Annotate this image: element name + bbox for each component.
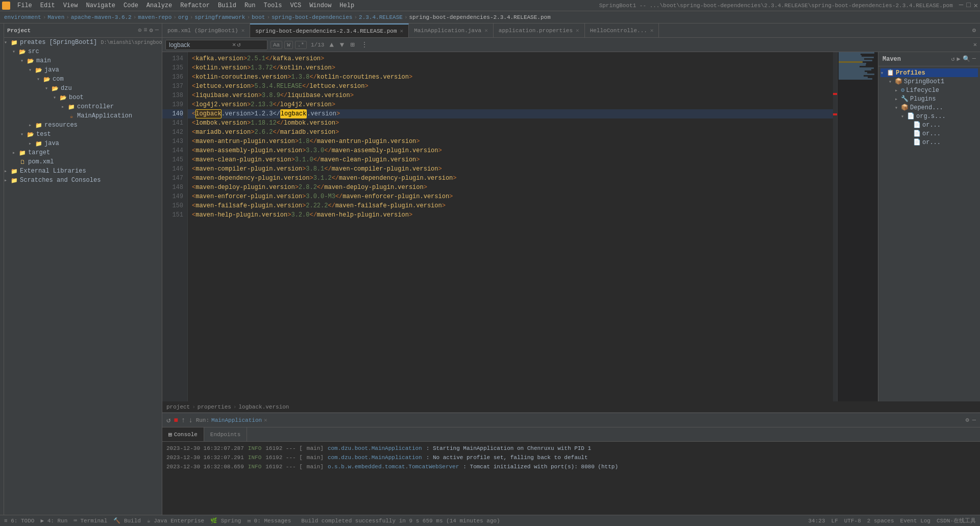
maven-collapse-icon[interactable]: ─ [972,55,976,63]
tab-pom-springboot1[interactable]: pom.xml (SpringBoot1) ✕ [162,23,250,37]
breadcrumb-properties[interactable]: properties [198,404,231,410]
tree-test[interactable]: ▾ 📂 test [4,130,162,139]
search-prev-button[interactable]: ▲ [327,40,335,50]
tree-main[interactable]: ▾ 📂 main [4,56,162,65]
run-settings-icon[interactable]: ⚙ [966,416,969,424]
search-filter-icon[interactable]: ⊞ [348,39,356,50]
search-next-button[interactable]: ▼ [338,40,346,50]
tree-target[interactable]: ▸ 📁 target [4,148,162,157]
run-stop-button[interactable]: ■ [174,416,178,424]
run-up-button[interactable]: ↑ [181,416,185,424]
tab-deps-close[interactable]: ✕ [400,28,404,34]
tab-console[interactable]: ▤ Console [162,427,204,441]
editor-gear-icon[interactable]: ⚙ [972,27,976,34]
menu-view[interactable]: View [59,0,82,11]
tree-external-libs[interactable]: ▸ 📁 External Libraries [4,166,162,176]
maven-lifecycle[interactable]: ▸ ⚙ Lifecycle [880,86,978,94]
tab-spring-boot-deps[interactable]: spring-boot-dependencies-2.3.4.RELEASE.p… [250,23,409,37]
maven-dep-1[interactable]: ▾ 📄 org.s... [880,112,978,121]
status-line-ending[interactable]: LF [831,518,838,524]
tab-endpoints[interactable]: Endpoints [204,427,247,441]
tree-test-java[interactable]: ▸ 📁 java [4,139,162,148]
menu-help[interactable]: Help [335,0,358,11]
menu-tools[interactable]: Tools [260,0,286,11]
menu-run[interactable]: Run [240,0,260,11]
path-item-2[interactable]: apache-maven-3.6.2 [71,14,132,20]
menu-window[interactable]: Window [305,0,335,11]
sidebar-gear-icon[interactable]: ⚙ [150,27,153,34]
tree-dzu[interactable]: ▾ 📂 dzu [4,84,162,93]
menu-vcs[interactable]: VCS [286,0,306,11]
tree-boot[interactable]: ▾ 📂 boot [4,93,162,102]
sidebar-close-icon[interactable]: ─ [155,27,159,34]
status-csdn-tools[interactable]: CSDN·在线工具 [937,517,976,524]
tree-controller[interactable]: ▸ 📁 controller [4,102,162,111]
tree-resources[interactable]: ▸ 📁 resources [4,121,162,130]
breadcrumb-logback[interactable]: logback.version [238,404,289,410]
status-event-log[interactable]: Event Log [900,518,930,524]
path-item-3[interactable]: maven-repo [138,14,172,20]
tab-application-props[interactable]: application.properties ✕ [494,23,585,37]
maven-dep-3[interactable]: 📄 or... [880,129,978,138]
status-messages[interactable]: ✉ 0: Messages [247,517,291,524]
menu-build[interactable]: Build [214,0,240,11]
status-cursor-pos[interactable]: 34:23 [808,518,825,524]
maven-plugins[interactable]: ▸ 🔧 Plugins [880,94,978,103]
menu-analyze[interactable]: Analyze [142,0,176,11]
sidebar-collapse-icon[interactable]: ≡ [143,27,147,34]
run-restart-button[interactable]: ↺ [166,416,170,424]
tree-root[interactable]: ▾ 📁 preates [SpringBoot1] D:\mianshi\spr… [4,38,162,47]
tree-mainapplication[interactable]: ☕ MainApplication [4,111,162,121]
breadcrumb-project[interactable]: project [166,404,190,410]
status-todo[interactable]: ≡ 6: TODO [4,518,34,524]
path-item-7[interactable]: spring-boot-dependencies [272,14,352,20]
status-encoding[interactable]: UTF-8 [844,518,861,524]
menu-file[interactable]: File [13,0,36,11]
run-minimize-icon[interactable]: ─ [972,417,976,424]
maven-profiles[interactable]: ▾ 📋 Profiles [880,68,978,77]
search-input[interactable] [169,41,230,49]
maven-exec-icon[interactable]: ▶ [957,55,961,63]
search-word-icon[interactable]: W [284,41,293,49]
menu-navigate[interactable]: Navigate [82,0,119,11]
tree-scratches[interactable]: ▸ 📁 Scratches and Consoles [4,176,162,185]
status-indent[interactable]: 2 spaces [867,518,894,524]
path-item-6[interactable]: boot [252,14,265,20]
status-build[interactable]: 🔨 Build [113,517,141,524]
path-item-1[interactable]: Maven [47,14,64,20]
maven-dep-2[interactable]: 📄 or... [880,121,978,129]
run-app-label[interactable]: MainApplication [211,417,262,423]
close-button[interactable]: ✕ [974,1,978,10]
sidebar-locate-icon[interactable]: ⊙ [138,27,141,34]
menu-edit[interactable]: Edit [36,0,59,11]
status-run[interactable]: ▶ 4: Run [40,517,67,524]
search-options-icon[interactable]: ⋮ [359,39,370,50]
menu-code[interactable]: Code [119,0,142,11]
search-reload-icon[interactable]: ↺ [237,41,240,49]
tree-java[interactable]: ▾ 📂 java [4,65,162,75]
run-down-button[interactable]: ↓ [188,416,192,424]
tab-main-close[interactable]: ✕ [484,27,488,34]
search-case-icon[interactable]: Aa [271,41,282,49]
maven-refresh-icon[interactable]: ↺ [951,55,954,63]
path-item-0[interactable]: environment [4,14,41,20]
tab-props-close[interactable]: ✕ [576,27,579,34]
path-item-5[interactable]: springframework [194,14,245,20]
minimize-button[interactable]: ─ [959,1,963,10]
tab-hello-controller[interactable]: HelloControlle... ✕ [585,23,659,37]
status-java-enterprise[interactable]: ☕ Java Enterprise [147,517,204,524]
maven-dependencies[interactable]: ▾ 📦 Depend... [880,103,978,112]
maximize-button[interactable]: □ [966,1,970,10]
tab-pom-close[interactable]: ✕ [241,27,245,34]
maven-dep-4[interactable]: 📄 or... [880,138,978,147]
status-spring[interactable]: 🌿 Spring [210,517,241,524]
search-close-icon[interactable]: ✕ [973,41,977,49]
menu-refactor[interactable]: Refactor [176,0,214,11]
maven-search-icon[interactable]: 🔍 [963,55,970,63]
maven-springboot1[interactable]: ▾ 📦 SpringBoot1 [880,77,978,86]
status-terminal[interactable]: ⌨ Terminal [74,517,107,524]
search-clear-icon[interactable]: ✕ [232,41,236,49]
tree-pom[interactable]: 🗋 pom.xml [4,157,162,166]
tab-mainapplication[interactable]: MainApplication.java ✕ [409,23,494,37]
path-item-4[interactable]: org [178,14,188,20]
